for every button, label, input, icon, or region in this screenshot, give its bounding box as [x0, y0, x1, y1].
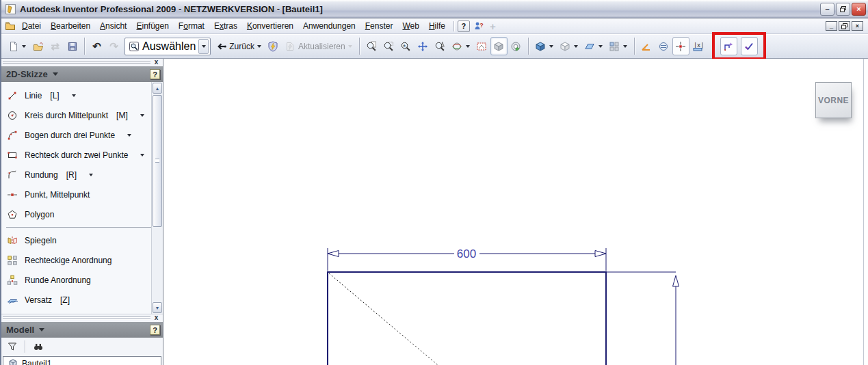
chevron-down-icon[interactable] [257, 45, 261, 48]
face-view-button[interactable] [557, 37, 581, 55]
new-file-button[interactable] [5, 37, 29, 55]
orbit-button[interactable] [449, 37, 473, 55]
close-button[interactable]: × [852, 3, 866, 16]
sketch-panel-title: 2D-Skizze [6, 69, 48, 79]
tool-offset[interactable]: Versatz[Z] [6, 290, 163, 310]
assistant-button[interactable]: ? [473, 21, 485, 32]
panel-help-icon[interactable]: ? [150, 325, 160, 335]
chevron-down-icon[interactable] [623, 45, 627, 48]
viewcube[interactable]: VORNE [815, 82, 852, 118]
zoom-selected-button[interactable] [432, 37, 449, 55]
panel-drag-handle[interactable]: x [1, 314, 163, 322]
chevron-down-icon [39, 328, 44, 332]
chevron-down-icon[interactable] [22, 45, 26, 48]
menu-datei[interactable]: Datei [17, 20, 46, 32]
minimize-document-button[interactable]: _ [826, 21, 837, 31]
restore-document-button[interactable] [839, 21, 850, 31]
panel-help-icon[interactable]: ? [150, 69, 160, 79]
save-icon [66, 40, 78, 52]
panel-scrollbar[interactable]: ▲ ▼ [151, 82, 163, 314]
scrollbar-thumb[interactable] [153, 95, 162, 227]
chevron-down-icon[interactable] [348, 45, 352, 48]
dimension-display-button[interactable]: |x| [689, 37, 707, 55]
zoom-all-button[interactable] [363, 37, 380, 55]
menu-einfügen[interactable]: Einfügen [131, 20, 173, 32]
iso-view-button[interactable] [532, 37, 557, 55]
menu-fenster[interactable]: Fenster [360, 20, 398, 32]
show-constraints-button[interactable] [741, 37, 758, 55]
menu-extras[interactable]: Extras [209, 20, 242, 32]
title-bar[interactable]: Autodesk Inventor Professional 2009 - NE… [1, 0, 868, 18]
new-icon [8, 40, 19, 52]
sketch-geometry[interactable]: 600 [163, 59, 868, 365]
auto-constraint-button[interactable] [720, 37, 737, 55]
scroll-down-icon[interactable]: ▼ [153, 302, 162, 313]
tool-mirror[interactable]: Spiegeln [6, 230, 163, 250]
help-button[interactable]: ? [458, 21, 470, 32]
look-at-button[interactable] [473, 37, 490, 55]
tool-fillet[interactable]: Rundung[R] [6, 165, 163, 185]
undo-button[interactable]: ↶ [88, 37, 105, 55]
menu-ansicht[interactable]: Ansicht [95, 20, 131, 32]
component-pattern-button[interactable] [606, 37, 631, 55]
chevron-down-icon[interactable] [466, 45, 470, 48]
sketch-plane-button[interactable] [581, 37, 606, 55]
find-button[interactable] [32, 341, 44, 353]
menu-anwendungen[interactable]: Anwendungen [298, 20, 360, 32]
tree-item-part[interactable]: Bauteil1 [3, 357, 161, 365]
sketch-rectangle[interactable] [328, 271, 606, 365]
chevron-down-icon[interactable] [140, 114, 144, 117]
symmetry-constraint-button[interactable] [655, 37, 672, 55]
restore-button[interactable] [836, 3, 850, 16]
zoom-window-button[interactable] [380, 37, 397, 55]
filter-button[interactable] [6, 341, 18, 353]
tool-rectangle-two-points[interactable]: Rechteck durch zwei Punkte [6, 145, 163, 165]
tool-circle-center-point[interactable]: Kreis durch Mittelpunkt[M] [6, 105, 163, 125]
chevron-down-icon[interactable] [202, 45, 206, 48]
pan-button[interactable] [415, 37, 432, 55]
return-button[interactable]: Zurück [213, 37, 265, 55]
select-mode-combo[interactable]: Auswählen [124, 38, 211, 55]
close-panel-icon[interactable]: x [153, 59, 160, 66]
close-panel-icon[interactable]: x [153, 314, 160, 322]
menu-bearbeiten[interactable]: Bearbeiten [46, 20, 95, 32]
redo-button: ↷ [105, 37, 122, 55]
navigation-wheel-button[interactable] [508, 37, 525, 55]
chevron-down-icon[interactable] [127, 134, 131, 137]
tool-point-center-point[interactable]: Punkt, Mittelpunkt [6, 185, 163, 204]
tool-rectangular-pattern[interactable]: Rechteckige Anordnung [6, 250, 163, 270]
open-file-button[interactable] [29, 37, 47, 55]
dimension-value[interactable]: 600 [457, 247, 476, 260]
drawing-canvas[interactable]: 600 VORNE [163, 59, 868, 365]
tool-polygon[interactable]: Polygon [6, 204, 163, 224]
zoom-in-out-button[interactable]: ± [397, 37, 415, 55]
vertical-dimension-line[interactable] [606, 272, 679, 365]
model-panel-header[interactable]: Modell ? [1, 322, 163, 338]
dimension-600[interactable]: 600 [328, 247, 606, 260]
panel-drag-handle[interactable]: x [1, 59, 163, 66]
chevron-down-icon[interactable] [574, 45, 578, 48]
menu-hilfe[interactable]: Hilfe [424, 20, 450, 32]
sketch-update-button[interactable] [265, 37, 282, 55]
chevron-down-icon[interactable] [72, 94, 76, 97]
tool-circular-pattern[interactable]: Runde Anordnung [6, 270, 163, 290]
tool-arc-three-points[interactable]: Bogen durch drei Punkte [6, 125, 163, 145]
menu-konvertieren[interactable]: Konvertieren [242, 20, 298, 32]
select-mode-dropdown-button[interactable] [198, 39, 209, 54]
scroll-up-icon[interactable]: ▲ [153, 83, 162, 94]
chevron-down-icon[interactable] [549, 45, 553, 48]
chevron-down-icon[interactable] [89, 174, 93, 176]
menu-web[interactable]: Web [397, 20, 423, 32]
chevron-down-icon[interactable] [140, 154, 144, 157]
snap-point-button[interactable] [672, 37, 689, 55]
shaded-display-button[interactable] [490, 37, 508, 55]
save-button[interactable] [64, 37, 81, 55]
sketch-panel-header[interactable]: 2D-Skizze ? [1, 66, 163, 82]
minimize-button[interactable]: – [820, 3, 834, 16]
chevron-down-icon[interactable] [599, 45, 603, 48]
angle-measure-button[interactable] [638, 37, 655, 55]
menu-format[interactable]: Format [174, 20, 209, 32]
close-document-button[interactable]: × [852, 21, 863, 31]
tool-line[interactable]: Linie[L] [6, 85, 163, 105]
construction-diagonal-line[interactable] [329, 273, 438, 365]
